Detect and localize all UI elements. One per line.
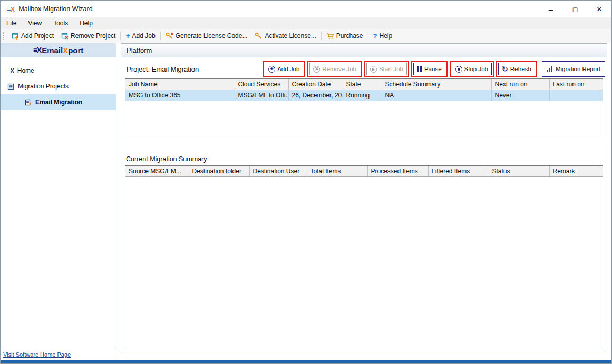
app-logo: ≡X EmailXport (1, 43, 116, 57)
menu-file[interactable]: File (1, 17, 22, 29)
cell-last-run-on (549, 90, 603, 101)
cell-job-name: MSG to Office 365 (125, 90, 235, 101)
cell-creation-date: 26, December, 20... (288, 90, 343, 101)
title-bar: ≡X Mailbox Migration Wizard – ▢ ✕ (1, 1, 611, 17)
toolbar-separator (368, 32, 368, 40)
migration-report-button[interactable]: Migration Report (542, 61, 605, 77)
menu-bar: File View Tools Help (1, 17, 611, 29)
col-remark[interactable]: Remark (549, 166, 603, 177)
toolbar-remove-project[interactable]: Remove Project (57, 29, 119, 42)
col-job-name[interactable]: Job Name (125, 79, 235, 90)
minimize-button[interactable]: – (539, 1, 563, 17)
window-title: Mailbox Migration Wizard (18, 5, 92, 13)
toolbar-label: Generate License Code... (176, 32, 248, 40)
button-label: Stop Job (464, 66, 488, 72)
platform-title: Platform (127, 46, 152, 54)
home-icon: ≡X (7, 67, 14, 74)
sidebar-footer: Visit Software Home Page (1, 349, 116, 360)
maximize-button[interactable]: ▢ (563, 1, 587, 17)
menu-tools[interactable]: Tools (47, 17, 74, 29)
migration-summary-table: Source MSG/EM... Destination folder Dest… (125, 165, 603, 348)
cell-state: Running (343, 90, 382, 101)
sidebar-item-label: Email Migration (35, 99, 82, 106)
remove-project-icon (61, 32, 69, 40)
sidebar: ≡X EmailXport ≡X Home Migration Projects… (1, 43, 116, 360)
col-cloud-services[interactable]: Cloud Services (235, 79, 288, 90)
col-status[interactable]: Status (489, 166, 549, 177)
remove-circle-icon: ✕ (313, 66, 320, 73)
col-total-items[interactable]: Total Items (307, 166, 367, 177)
email-migration-icon (25, 99, 32, 106)
add-job-button[interactable]: + Add Job (265, 63, 303, 75)
cell-cloud-services: MSG/EML to Offi... (235, 90, 288, 101)
sidebar-item-home[interactable]: ≡X Home (1, 63, 116, 78)
toolbar-help[interactable]: ? Help (370, 29, 396, 42)
red-highlight-box: ▶ Start Job (364, 61, 409, 77)
toolbar-activate-license[interactable]: Activate License... (251, 29, 319, 42)
col-schedule-summary[interactable]: Schedule Summary (382, 79, 491, 90)
toolbar-add-project[interactable]: Add Project (8, 29, 57, 42)
toolbar-add-job[interactable]: + Add Job (122, 29, 159, 42)
software-home-page-link[interactable]: Visit Software Home Page (3, 351, 71, 358)
pause-button[interactable]: Pause (413, 63, 445, 75)
col-filtered-items[interactable]: Filtered Items (428, 166, 489, 177)
app-icon: ≡X (7, 5, 14, 13)
sidebar-item-label: Home (17, 67, 34, 74)
window-controls: – ▢ ✕ (539, 1, 611, 17)
current-migration-summary-label: Current Migration Summary: (126, 155, 209, 163)
job-action-buttons: + Add Job ✕ Remove Job ▶ Start Job (263, 61, 605, 77)
col-destination-folder[interactable]: Destination folder (189, 166, 249, 177)
start-job-button[interactable]: ▶ Start Job (366, 63, 407, 75)
col-processed-items[interactable]: Processed Items (367, 166, 428, 177)
remove-job-button[interactable]: ✕ Remove Job (309, 63, 360, 75)
menu-help[interactable]: Help (74, 17, 99, 29)
key-icon (255, 32, 263, 40)
red-highlight-box: + Add Job (263, 61, 305, 77)
toolbar-label: Remove Project (71, 32, 115, 40)
navigation-tree: ≡X Home Migration Projects Email Migrati… (1, 57, 116, 110)
refresh-icon: ↻ (502, 65, 508, 73)
add-project-icon (12, 32, 19, 40)
sidebar-item-email-migration[interactable]: Email Migration (1, 94, 116, 110)
toolbar-separator (120, 32, 121, 40)
add-circle-icon: + (268, 66, 275, 73)
red-highlight-box: ↻ Refresh (496, 61, 537, 77)
toolbar-generate-license[interactable]: Generate License Code... (162, 29, 251, 42)
stop-job-button[interactable]: Stop Job (452, 63, 492, 75)
main-panel: Platform Project: Email Migration + Add … (121, 43, 607, 351)
col-state[interactable]: State (343, 79, 382, 90)
sidebar-item-migration-projects[interactable]: Migration Projects (1, 78, 116, 94)
button-label: Add Job (277, 66, 299, 72)
add-icon: + (125, 32, 130, 40)
help-icon: ? (373, 33, 377, 40)
project-label: Project: Email Migration (127, 65, 199, 73)
toolbar: Add Project Remove Project + Add Job Gen… (1, 29, 611, 43)
refresh-button[interactable]: ↻ Refresh (498, 63, 535, 75)
close-button[interactable]: ✕ (587, 1, 611, 17)
button-label: Pause (424, 66, 442, 72)
toolbar-label: Activate License... (265, 32, 316, 40)
col-source-msg-eml[interactable]: Source MSG/EM... (125, 166, 189, 177)
col-next-run-on[interactable]: Next run on (491, 79, 549, 90)
button-label: Remove Job (322, 66, 356, 72)
toolbar-label: Purchase (336, 32, 363, 40)
toolbar-label: Add Job (132, 32, 156, 40)
cart-icon (326, 32, 334, 40)
job-row-selected[interactable]: MSG to Office 365 MSG/EML to Offi... 26,… (125, 90, 603, 101)
cell-next-run-on: Never (491, 90, 549, 101)
cell-schedule-summary: NA (382, 90, 491, 101)
red-highlight-box: Pause (411, 61, 448, 77)
col-creation-date[interactable]: Creation Date (288, 79, 343, 90)
bar-chart-icon (547, 66, 553, 72)
window-bottom-edge (1, 360, 611, 363)
col-last-run-on[interactable]: Last run on (549, 79, 603, 90)
col-destination-user[interactable]: Destination User (249, 166, 307, 177)
platform-header: Platform (121, 44, 607, 57)
toolbar-purchase[interactable]: Purchase (323, 29, 367, 42)
pause-icon (417, 66, 422, 73)
summary-header-row: Source MSG/EM... Destination folder Dest… (125, 166, 603, 177)
jobs-table: Job Name Cloud Services Creation Date St… (125, 78, 603, 135)
menu-view[interactable]: View (22, 17, 47, 29)
projects-icon (7, 83, 14, 90)
jobs-header-row: Job Name Cloud Services Creation Date St… (125, 79, 603, 90)
